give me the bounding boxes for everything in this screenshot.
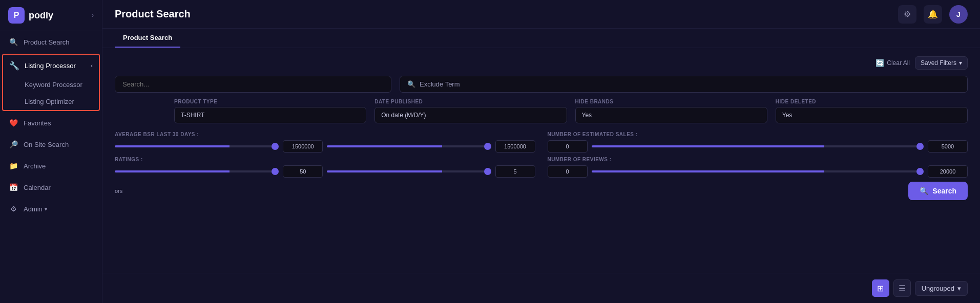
estimated-sales-slider-group: NUMBER OF ESTIMATED SALES : 0 5000: [548, 132, 968, 153]
settings-button[interactable]: ⚙: [898, 5, 916, 24]
sidebar-nav: 🔍 Product Search 🔧 Listing Processor ‹ K…: [0, 31, 102, 303]
notifications-button[interactable]: 🔔: [924, 5, 942, 24]
sidebar-item-on-site-search[interactable]: 🔎 On Site Search: [0, 134, 102, 155]
bsr-slider-controls: 1500000 1500000: [115, 140, 535, 153]
clear-all-icon: 🔄: [875, 59, 884, 67]
reviews-label: NUMBER OF REVIEWS :: [548, 157, 968, 162]
sidebar-label-admin: Admin: [24, 205, 43, 213]
ratings-right-value: 5: [495, 165, 535, 178]
clear-all-button[interactable]: 🔄 Clear All: [875, 59, 910, 67]
tab-product-search[interactable]: Product Search: [115, 29, 180, 48]
sidebar-item-listing-optimizer[interactable]: Listing Optimizer: [3, 93, 99, 110]
estimated-sales-min-value: 0: [548, 140, 588, 153]
sidebar-label-on-site-search: On Site Search: [24, 141, 69, 148]
filter-panel: 🔄 Clear All Saved Filters ▾ 🔍 Exclude Te…: [102, 48, 980, 273]
exclude-term-placeholder: Exclude Term: [420, 80, 460, 88]
clear-all-label: Clear All: [887, 59, 910, 67]
favorites-icon: ❤️: [8, 118, 18, 128]
search-button[interactable]: 🔍 Search: [908, 182, 968, 200]
saved-filters-button[interactable]: Saved Filters ▾: [915, 56, 968, 70]
logo-name: podly: [29, 10, 53, 21]
reviews-slider[interactable]: [592, 170, 924, 172]
actions-row: ors 🔍 Search: [115, 182, 968, 200]
grid-view-button[interactable]: ⊞: [872, 279, 889, 297]
list-icon: ☰: [899, 284, 906, 293]
listing-processor-icon: 🔧: [9, 60, 19, 71]
search-row: 🔍 Exclude Term: [115, 76, 968, 93]
listing-processor-chevron-icon: ‹: [91, 62, 93, 69]
reviews-slider-controls: 0 20000: [548, 165, 968, 178]
sidebar-item-listing-processor[interactable]: 🔧 Listing Processor ‹: [3, 55, 99, 76]
product-search-icon: 🔍: [8, 37, 18, 47]
ratings-label: RATINGS :: [115, 157, 535, 162]
sidebar-item-product-search[interactable]: 🔍 Product Search: [0, 31, 102, 53]
logo-icon: P: [8, 7, 25, 24]
exclude-term-field[interactable]: 🔍 Exclude Term: [400, 76, 968, 93]
hide-brands-select[interactable]: Yes No: [575, 107, 767, 123]
admin-chevron-icon: ▾: [45, 206, 47, 212]
product-type-group: PRODUCT TYPE T-SHIRT HOODIE MUG: [174, 99, 366, 123]
avatar[interactable]: J: [949, 5, 968, 24]
header-actions: ⚙ 🔔 J: [898, 5, 968, 24]
tab-bar: Product Search: [102, 29, 980, 48]
sidebar-label-archive: Archive: [24, 162, 46, 170]
ratings-slider-group: RATINGS : 50 5: [115, 157, 535, 178]
ungrouped-label: Ungrouped: [922, 285, 954, 292]
filter-selects-row: PRODUCT TYPE T-SHIRT HOODIE MUG DATE PUB…: [115, 99, 968, 123]
list-view-button[interactable]: ☰: [893, 279, 911, 297]
ungrouped-selector[interactable]: Ungrouped ▾: [915, 281, 968, 296]
page-header: Product Search ⚙ 🔔 J: [102, 0, 980, 29]
search-button-label: Search: [932, 187, 956, 195]
bsr-max-slider[interactable]: [327, 145, 491, 147]
sidebar-item-keyword-processor[interactable]: Keyword Processor: [3, 76, 99, 93]
bell-icon: 🔔: [928, 9, 938, 19]
bsr-label: AVERAGE BSR LAST 30 DAYS :: [115, 132, 535, 137]
sidebar-item-favorites[interactable]: ❤️ Favorites: [0, 112, 102, 134]
active-filters-hint: ors: [115, 188, 122, 194]
hide-brands-group: HIDE BRANDS Yes No: [575, 99, 767, 123]
date-published-select[interactable]: On date (M/D/Y) After date Before date: [374, 107, 567, 123]
ungrouped-chevron-icon: ▾: [957, 285, 961, 292]
sidebar: P podly › 🔍 Product Search 🔧 Listing Pro…: [0, 0, 102, 303]
sidebar-label-favorites: Favorites: [24, 119, 51, 127]
saved-filters-label: Saved Filters: [921, 59, 956, 67]
filter-tags: ors: [115, 188, 122, 194]
bottom-toolbar: ⊞ ☰ Ungrouped ▾: [102, 273, 980, 303]
sidebar-logo[interactable]: P podly ›: [0, 0, 102, 31]
search-button-icon: 🔍: [920, 187, 928, 195]
bsr-min-slider[interactable]: [115, 145, 279, 147]
bsr-right-value: 1500000: [495, 140, 535, 153]
sidebar-label-calendar: Calendar: [24, 184, 51, 191]
filter-top-bar: 🔄 Clear All Saved Filters ▾: [115, 56, 968, 70]
product-type-label: PRODUCT TYPE: [174, 99, 366, 104]
bsr-slider-group: AVERAGE BSR LAST 30 DAYS : 1500000 15000…: [115, 132, 535, 153]
date-published-label: DATE PUBLISHED: [374, 99, 567, 104]
hide-brands-label: HIDE BRANDS: [575, 99, 767, 104]
sidebar-group-listing-processor: 🔧 Listing Processor ‹ Keyword Processor …: [2, 54, 100, 111]
reviews-min-value: 0: [548, 165, 588, 178]
sidebar-label-listing-processor: Listing Processor: [25, 62, 76, 70]
ratings-slider-controls: 50 5: [115, 165, 535, 178]
estimated-sales-label: NUMBER OF ESTIMATED SALES :: [548, 132, 968, 137]
reviews-max-value: 20000: [928, 165, 968, 178]
hide-deleted-select[interactable]: Yes No: [776, 107, 968, 123]
hide-deleted-label: HIDE DELETED: [776, 99, 968, 104]
ratings-max-slider[interactable]: [327, 170, 491, 172]
sidebar-item-calendar[interactable]: 📅 Calendar: [0, 177, 102, 198]
sidebar-item-archive[interactable]: 📁 Archive: [0, 155, 102, 177]
ratings-min-slider[interactable]: [115, 170, 279, 172]
sliders-row-1: AVERAGE BSR LAST 30 DAYS : 1500000 15000…: [115, 132, 968, 153]
search-input[interactable]: [115, 76, 391, 93]
estimated-sales-slider[interactable]: [592, 145, 924, 147]
sidebar-collapse-icon[interactable]: ›: [92, 12, 94, 19]
sidebar-item-admin[interactable]: ⚙ Admin ▾: [0, 198, 102, 220]
saved-filters-chevron-icon: ▾: [959, 59, 962, 67]
archive-icon: 📁: [8, 161, 18, 171]
date-published-group: DATE PUBLISHED On date (M/D/Y) After dat…: [374, 99, 567, 123]
page-title: Product Search: [115, 8, 191, 20]
on-site-search-icon: 🔎: [8, 139, 18, 149]
estimated-sales-slider-controls: 0 5000: [548, 140, 968, 153]
calendar-icon: 📅: [8, 182, 18, 192]
ratings-left-value: 50: [283, 165, 323, 178]
product-type-select[interactable]: T-SHIRT HOODIE MUG: [174, 107, 366, 123]
